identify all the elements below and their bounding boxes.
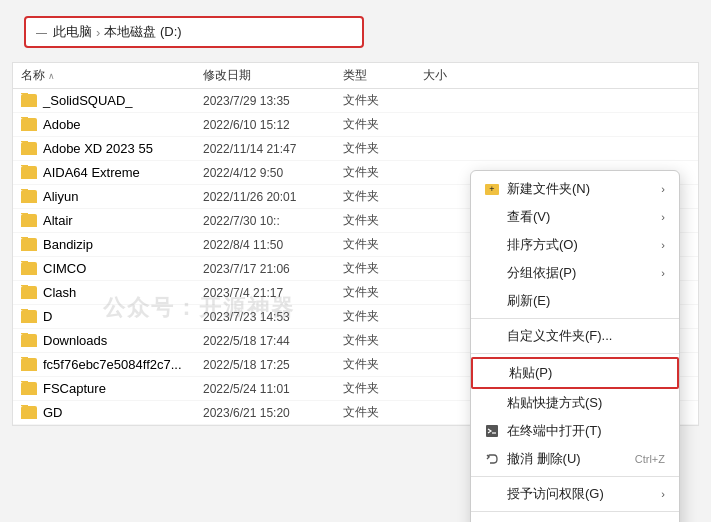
context-menu: +新建文件夹(N)›查看(V)›排序方式(O)›分组依据(P)›刷新(E)自定义… <box>470 170 680 522</box>
file-name: AIDA64 Extreme <box>43 165 140 180</box>
file-name-cell: Downloads <box>13 333 203 348</box>
file-type: 文件夹 <box>343 236 423 253</box>
menu-label: 授予访问权限(G) <box>507 485 661 503</box>
file-date: 2022/4/12 9:50 <box>203 166 343 180</box>
submenu-arrow: › <box>661 267 665 279</box>
address-bar[interactable]: — 此电脑 › 本地磁盘 (D:) <box>24 16 364 48</box>
submenu-arrow: › <box>661 211 665 223</box>
menu-icon <box>483 394 501 412</box>
menu-icon <box>483 485 501 503</box>
file-type: 文件夹 <box>343 332 423 349</box>
file-date: 2022/8/4 11:50 <box>203 238 343 252</box>
file-name-cell: D <box>13 309 203 324</box>
file-name-cell: CIMCO <box>13 261 203 276</box>
file-type: 文件夹 <box>343 404 423 421</box>
menu-label: 排序方式(O) <box>507 236 661 254</box>
file-date: 2023/7/4 21:17 <box>203 286 343 300</box>
folder-icon <box>21 190 37 203</box>
header-size: 大小 <box>423 67 483 84</box>
menu-item-new-folder[interactable]: +新建文件夹(N)› <box>471 175 679 203</box>
menu-icon <box>485 364 503 382</box>
menu-item-new[interactable]: 新建(W)› <box>471 515 679 522</box>
folder-icon <box>21 94 37 107</box>
folder-icon <box>21 214 37 227</box>
folder-icon <box>21 310 37 323</box>
file-date: 2023/7/17 21:06 <box>203 262 343 276</box>
file-date: 2023/7/29 13:35 <box>203 94 343 108</box>
table-row[interactable]: Adobe 2022/6/10 15:12 文件夹 <box>13 113 698 137</box>
file-name: _SolidSQUAD_ <box>43 93 133 108</box>
file-name-cell: AIDA64 Extreme <box>13 165 203 180</box>
folder-icon <box>21 406 37 419</box>
table-row[interactable]: _SolidSQUAD_ 2023/7/29 13:35 文件夹 <box>13 89 698 113</box>
file-date: 2022/6/10 15:12 <box>203 118 343 132</box>
menu-item-open-terminal[interactable]: 在终端中打开(T) <box>471 417 679 445</box>
file-name: Adobe <box>43 117 81 132</box>
menu-shortcut: Ctrl+Z <box>635 453 665 465</box>
file-type: 文件夹 <box>343 164 423 181</box>
header-name: 名称 ∧ <box>13 67 203 84</box>
file-name: Altair <box>43 213 73 228</box>
address-sep1: › <box>96 25 100 40</box>
folder-icon <box>21 238 37 251</box>
undo-icon <box>483 450 501 468</box>
menu-item-paste[interactable]: 粘贴(P) <box>471 357 679 389</box>
folder-icon <box>21 262 37 275</box>
menu-label: 粘贴(P) <box>509 364 663 382</box>
folder-icon <box>21 286 37 299</box>
menu-label: 分组依据(P) <box>507 264 661 282</box>
file-date: 2022/5/18 17:44 <box>203 334 343 348</box>
file-name: Bandizip <box>43 237 93 252</box>
menu-divider <box>471 353 679 354</box>
menu-item-undo-delete[interactable]: 撤消 删除(U)Ctrl+Z <box>471 445 679 473</box>
menu-icon <box>483 264 501 282</box>
header-type: 类型 <box>343 67 423 84</box>
menu-item-refresh[interactable]: 刷新(E) <box>471 287 679 315</box>
file-type: 文件夹 <box>343 356 423 373</box>
menu-item-view[interactable]: 查看(V)› <box>471 203 679 231</box>
file-name: Downloads <box>43 333 107 348</box>
menu-label: 刷新(E) <box>507 292 665 310</box>
file-date: 2023/6/21 15:20 <box>203 406 343 420</box>
menu-icon <box>483 327 501 345</box>
folder-icon <box>21 358 37 371</box>
menu-item-group[interactable]: 分组依据(P)› <box>471 259 679 287</box>
file-name-cell: _SolidSQUAD_ <box>13 93 203 108</box>
menu-label: 新建文件夹(N) <box>507 180 661 198</box>
file-name: FSCapture <box>43 381 106 396</box>
file-name-cell: Adobe <box>13 117 203 132</box>
file-name-cell: Altair <box>13 213 203 228</box>
file-name-cell: GD <box>13 405 203 420</box>
menu-label: 自定义文件夹(F)... <box>507 327 665 345</box>
table-row[interactable]: Adobe XD 2023 55 2022/11/14 21:47 文件夹 <box>13 137 698 161</box>
file-name: Aliyun <box>43 189 78 204</box>
file-date: 2022/11/26 20:01 <box>203 190 343 204</box>
file-type: 文件夹 <box>343 140 423 157</box>
file-date: 2022/11/14 21:47 <box>203 142 343 156</box>
menu-label: 撤消 删除(U) <box>507 450 627 468</box>
menu-icon <box>483 208 501 226</box>
file-name: fc5f76ebc7e5084ff2c7... <box>43 357 182 372</box>
address-drive: 本地磁盘 (D:) <box>104 23 181 41</box>
file-date: 2022/5/18 17:25 <box>203 358 343 372</box>
menu-divider <box>471 511 679 512</box>
menu-item-sort[interactable]: 排序方式(O)› <box>471 231 679 259</box>
submenu-arrow: › <box>661 488 665 500</box>
menu-label: 在终端中打开(T) <box>507 422 665 440</box>
back-icon: — <box>36 26 47 38</box>
file-name: Adobe XD 2023 55 <box>43 141 153 156</box>
menu-item-paste-shortcut[interactable]: 粘贴快捷方式(S) <box>471 389 679 417</box>
menu-item-customize[interactable]: 自定义文件夹(F)... <box>471 322 679 350</box>
file-name: CIMCO <box>43 261 86 276</box>
file-type: 文件夹 <box>343 116 423 133</box>
file-type: 文件夹 <box>343 212 423 229</box>
menu-label: 粘贴快捷方式(S) <box>507 394 665 412</box>
file-name-cell: Clash <box>13 285 203 300</box>
table-header: 名称 ∧ 修改日期 类型 大小 <box>13 63 698 89</box>
menu-divider <box>471 318 679 319</box>
folder-icon <box>21 334 37 347</box>
file-name-cell: Bandizip <box>13 237 203 252</box>
menu-icon <box>483 236 501 254</box>
menu-divider <box>471 476 679 477</box>
menu-item-access[interactable]: 授予访问权限(G)› <box>471 480 679 508</box>
